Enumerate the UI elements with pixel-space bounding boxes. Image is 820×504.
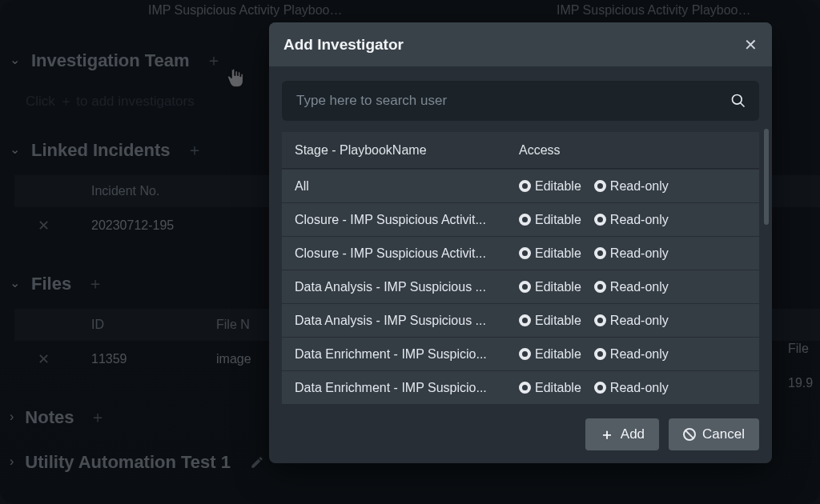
readonly-option[interactable]: Read-only	[594, 179, 669, 194]
stage-label: All	[282, 179, 511, 194]
add-button[interactable]: ＋ Add	[585, 418, 659, 450]
stage-label: Closure - IMP Suspicious Activit...	[282, 213, 511, 227]
access-row: Data Analysis - IMP Suspicious ...Editab…	[282, 303, 759, 337]
add-button-label: Add	[621, 426, 645, 442]
cancel-button[interactable]: Cancel	[669, 418, 759, 450]
radio-icon[interactable]	[519, 348, 531, 360]
search-icon[interactable]	[730, 93, 746, 109]
cancel-button-label: Cancel	[702, 426, 745, 442]
stage-label: Data Analysis - IMP Suspicious ...	[282, 314, 511, 328]
readonly-option[interactable]: Read-only	[594, 347, 669, 362]
stage-label: Data Analysis - IMP Suspicious ...	[282, 280, 511, 294]
user-search[interactable]	[282, 81, 759, 121]
radio-icon[interactable]	[519, 314, 531, 326]
editable-option[interactable]: Editable	[519, 280, 581, 294]
access-row: AllEditableRead-only	[282, 169, 759, 202]
radio-icon[interactable]	[519, 214, 531, 226]
access-grid: Stage - PlaybookName Access AllEditableR…	[282, 132, 759, 404]
radio-icon[interactable]	[594, 348, 606, 360]
stage-label: Closure - IMP Suspicious Activit...	[282, 246, 511, 261]
readonly-option[interactable]: Read-only	[594, 213, 669, 227]
radio-icon[interactable]	[519, 247, 531, 259]
editable-option[interactable]: Editable	[519, 314, 581, 328]
access-row: Closure - IMP Suspicious Activit...Edita…	[282, 236, 759, 270]
radio-icon[interactable]	[594, 247, 606, 259]
col-stage: Stage - PlaybookName	[282, 143, 511, 158]
radio-icon[interactable]	[519, 281, 531, 293]
editable-option[interactable]: Editable	[519, 213, 581, 227]
radio-icon[interactable]	[519, 382, 531, 394]
radio-icon[interactable]	[594, 314, 606, 326]
editable-option[interactable]: Editable	[519, 381, 581, 395]
editable-option[interactable]: Editable	[519, 246, 581, 261]
col-access: Access	[511, 143, 759, 158]
svg-line-4	[741, 103, 745, 107]
readonly-option[interactable]: Read-only	[594, 280, 669, 294]
search-input[interactable]	[295, 92, 730, 110]
cancel-icon	[683, 428, 696, 441]
svg-point-3	[733, 95, 742, 105]
radio-icon[interactable]	[594, 382, 606, 394]
editable-option[interactable]: Editable	[519, 179, 581, 194]
access-row: Data Enrichment - IMP Suspicio...Editabl…	[282, 370, 759, 404]
radio-icon[interactable]	[594, 281, 606, 293]
close-icon[interactable]: ✕	[744, 35, 758, 54]
radio-icon[interactable]	[594, 214, 606, 226]
access-row: Data Analysis - IMP Suspicious ...Editab…	[282, 270, 759, 303]
readonly-option[interactable]: Read-only	[594, 314, 669, 328]
modal-footer: ＋ Add Cancel	[282, 418, 759, 450]
grid-header: Stage - PlaybookName Access	[282, 132, 759, 169]
add-investigator-modal: Add Investigator ✕ Stage - PlaybookName …	[269, 22, 772, 463]
scrollbar-thumb[interactable]	[764, 129, 769, 225]
radio-icon[interactable]	[519, 180, 531, 192]
readonly-option[interactable]: Read-only	[594, 246, 669, 261]
readonly-option[interactable]: Read-only	[594, 381, 669, 395]
plus-icon: ＋	[600, 425, 614, 444]
modal-title: Add Investigator	[283, 36, 404, 54]
access-row: Data Enrichment - IMP Suspicio...Editabl…	[282, 337, 759, 370]
radio-icon[interactable]	[594, 180, 606, 192]
app-root: IMP Suspicious Activity Playbook_V1 (Pl.…	[0, 0, 820, 504]
editable-option[interactable]: Editable	[519, 347, 581, 362]
stage-label: Data Enrichment - IMP Suspicio...	[282, 347, 511, 362]
stage-label: Data Enrichment - IMP Suspicio...	[282, 381, 511, 395]
access-row: Closure - IMP Suspicious Activit...Edita…	[282, 202, 759, 236]
modal-header: Add Investigator ✕	[269, 22, 772, 66]
